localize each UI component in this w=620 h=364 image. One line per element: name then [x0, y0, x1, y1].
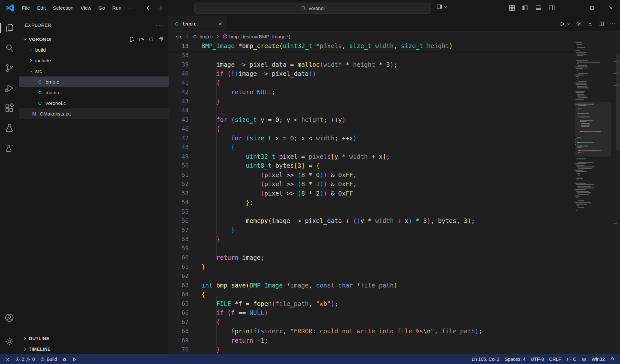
- account-button[interactable]: [0, 309, 19, 326]
- line-content: for (size_t y = 0; y < height; ++y): [189, 115, 346, 125]
- layout-grid-icon[interactable]: [509, 5, 515, 11]
- settings-icon: [4, 336, 15, 347]
- customize-layout-dropdown[interactable]: [437, 4, 447, 10]
- line-content: {: [189, 143, 235, 152]
- code-line: 40 if (!(image -> pixel_data)): [169, 69, 575, 78]
- cmake-debug-button[interactable]: [59, 354, 69, 364]
- chevron-down-icon[interactable]: [567, 22, 570, 26]
- overview-ruler: [611, 42, 620, 354]
- encoding[interactable]: UTF-8: [528, 354, 546, 364]
- extensions-activity-button[interactable]: [0, 100, 19, 116]
- source-control-icon: [4, 63, 15, 73]
- titlebar-right: [509, 0, 620, 16]
- cmake-build-button[interactable]: Build: [37, 354, 59, 364]
- problems[interactable]: 00: [13, 354, 37, 364]
- code-line: 61}: [169, 262, 575, 272]
- tree-item-src[interactable]: src: [19, 66, 169, 76]
- panel-outline[interactable]: OUTLINE: [19, 333, 169, 344]
- remote-icon: [5, 357, 10, 362]
- install-editor-icon[interactable]: [587, 21, 593, 27]
- menu-view[interactable]: View: [77, 3, 95, 13]
- maximize-button[interactable]: [583, 0, 601, 16]
- split-editor-icon[interactable]: [598, 21, 604, 27]
- tree-item-cmakelists-txt[interactable]: MCMakelists.txt: [19, 108, 169, 119]
- remote-indicator[interactable]: [3, 354, 13, 364]
- code-line: 43 }: [169, 97, 575, 106]
- line-number: 47: [169, 134, 189, 143]
- eol[interactable]: CRLF: [547, 354, 564, 364]
- explorer-activity-button[interactable]: [0, 20, 19, 36]
- chevron-down-icon: [443, 5, 447, 9]
- editor-group: C bmp.c: [169, 16, 620, 354]
- indentation[interactable]: Spaces: 4: [502, 354, 528, 364]
- refresh-icon[interactable]: [149, 37, 154, 42]
- status-bar: 00Build Ln 105, Col 2Spaces: 4UTF-8CRLFC…: [0, 354, 620, 364]
- toggle-panel-icon[interactable]: [535, 5, 542, 11]
- run-or-debug-icon[interactable]: [559, 21, 565, 27]
- new-folder-icon[interactable]: [139, 37, 144, 42]
- toggle-primary-sidebar-icon[interactable]: [522, 5, 528, 11]
- project-section-header[interactable]: VORONOI: [19, 34, 169, 45]
- line-content: FILE *f = fopen(file_path, "wb");: [189, 299, 338, 308]
- close-tab-icon[interactable]: [218, 21, 223, 26]
- toggle-secondary-sidebar-icon[interactable]: [549, 5, 555, 11]
- scrollbar-handle[interactable]: [616, 54, 620, 150]
- cursor-position-label: Ln 105, Col 2: [472, 357, 500, 362]
- collapse-all-icon[interactable]: [158, 37, 163, 42]
- code-line: 45 for (size_t y = 0; y < height; ++y): [169, 115, 575, 125]
- menu-more[interactable]: ⋯: [125, 3, 137, 13]
- new-file-icon[interactable]: [129, 37, 134, 42]
- more-actions-icon[interactable]: [610, 21, 615, 27]
- close-window-button[interactable]: [601, 0, 620, 16]
- language-mode[interactable]: C: [564, 354, 579, 364]
- panel-timeline[interactable]: TIMELINE: [19, 344, 169, 354]
- cmake-platform[interactable]: Win32: [589, 354, 607, 364]
- tab-bmp-c[interactable]: C bmp.c: [169, 16, 227, 31]
- sticky-scroll-line[interactable]: 13BMP_Image *bmp_create(uint32_t *pixels…: [169, 41, 575, 51]
- tree-item-bmp-c[interactable]: Cbmp.c: [19, 76, 169, 87]
- line-number: 41: [169, 78, 189, 88]
- error-icon: [15, 357, 20, 362]
- line-number: 63: [169, 281, 189, 290]
- tree-item-voronoi-c[interactable]: Cvoronoi.c: [19, 98, 169, 108]
- breadcrumb-item[interactable]: Cbmp.c: [192, 34, 213, 39]
- tree-item-build[interactable]: build: [19, 45, 169, 55]
- menu-edit[interactable]: Edit: [34, 3, 49, 13]
- command-center-search[interactable]: voronoi: [194, 3, 431, 14]
- line-number: 53: [169, 189, 189, 198]
- minimap[interactable]: [575, 42, 611, 211]
- testing-activity-button[interactable]: [0, 120, 19, 136]
- search-activity-button[interactable]: [0, 40, 19, 56]
- menu-go[interactable]: Go: [95, 3, 109, 13]
- cursor-position[interactable]: Ln 105, Col 2: [469, 354, 502, 364]
- flask-activity-button[interactable]: [0, 140, 19, 157]
- breadcrumb-separator-icon: [215, 34, 220, 39]
- explorer-more-actions[interactable]: ···: [156, 22, 163, 28]
- menu-file[interactable]: File: [18, 3, 34, 13]
- back-arrow-icon[interactable]: [145, 5, 152, 11]
- menu-selection[interactable]: Selection: [49, 3, 77, 13]
- line-content: if (!(image -> pixel_data)): [189, 69, 316, 78]
- cmake-build-button-label: Build: [46, 357, 57, 362]
- cmake-launch-button[interactable]: [69, 354, 79, 364]
- run-debug-activity-button[interactable]: [0, 80, 19, 96]
- copilot-status[interactable]: [579, 354, 589, 364]
- line-number: 44: [169, 106, 189, 115]
- tree-item-include[interactable]: include: [19, 55, 169, 66]
- line-content: [189, 51, 202, 60]
- notifications[interactable]: [607, 354, 617, 364]
- breadcrumb-item[interactable]: src: [176, 34, 182, 39]
- line-content: }: [189, 235, 220, 244]
- tree-item-main-c[interactable]: Cmain.c: [19, 87, 169, 98]
- menu-run[interactable]: Run: [108, 3, 125, 13]
- breadcrumb-item[interactable]: bmp_destroy(BMP_Image *): [222, 34, 290, 39]
- line-number: 43: [169, 97, 189, 106]
- source-control-activity-button[interactable]: [0, 60, 19, 76]
- minimap-slider[interactable]: [575, 102, 611, 157]
- settings-button[interactable]: [0, 333, 19, 350]
- line-number: 65: [169, 299, 189, 308]
- forward-arrow-icon[interactable]: [157, 5, 163, 11]
- minimize-button[interactable]: [564, 0, 583, 16]
- code-editor[interactable]: 3839 image -> pixel_data = malloc(width …: [169, 51, 575, 354]
- settings-gear-icon[interactable]: [576, 21, 582, 27]
